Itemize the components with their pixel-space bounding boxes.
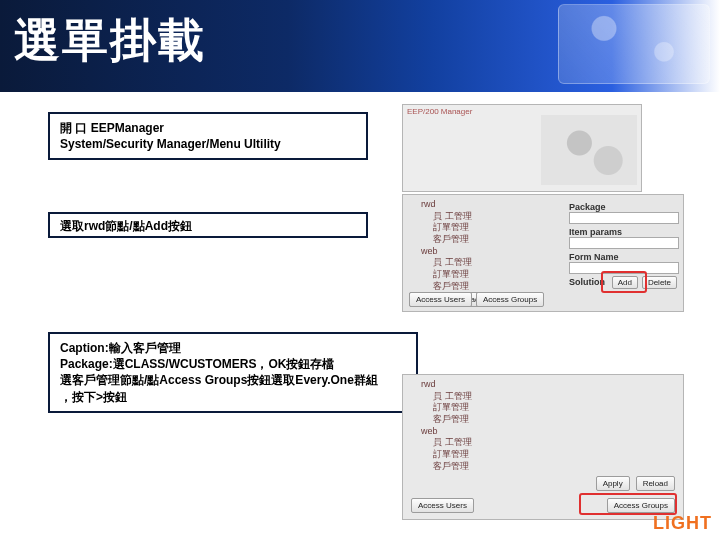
banner-graphic xyxy=(558,4,710,84)
mock-tree: rwd 員 工管理 訂單管理 客戶管理 web 員 工管理 訂單管理 客戶管理 xyxy=(407,199,547,293)
tree-node[interactable]: 員 工管理 xyxy=(407,437,547,449)
input-package[interactable] xyxy=(569,212,679,224)
instruction-step-2: 選取rwd節點/點Add按鈕 xyxy=(48,212,368,238)
tree-node[interactable]: 客戶管理 xyxy=(407,414,547,426)
tree-node-rwd[interactable]: rwd xyxy=(407,199,547,211)
mock-window-title: EEP/200 Manager xyxy=(407,107,472,116)
mock2-access-groups-row: Access Groups xyxy=(607,498,675,513)
mock-field-column: Package Item params Form Name Solution xyxy=(569,199,679,287)
apply-button[interactable]: Apply xyxy=(596,476,630,491)
label-form-name: Form Name xyxy=(569,252,679,262)
mock-add-delete-row: Add Delete xyxy=(612,276,677,289)
mock-eepmanager-window: EEP/200 Manager xyxy=(402,104,642,192)
mock-menu-utility-2: rwd 員 工管理 訂單管理 客戶管理 web 員 工管理 訂單管理 客戶管理 … xyxy=(402,374,684,520)
tree-node[interactable]: 客戶管理 xyxy=(407,461,547,473)
logo-light: LIGHT xyxy=(653,513,712,534)
tree-node[interactable]: 訂單管理 xyxy=(407,222,547,234)
access-groups-button[interactable]: Access Groups xyxy=(607,498,675,513)
input-form-name[interactable] xyxy=(569,262,679,274)
add-button[interactable]: Add xyxy=(612,276,638,289)
mock-tree-2: rwd 員 工管理 訂單管理 客戶管理 web 員 工管理 訂單管理 客戶管理 xyxy=(407,379,547,473)
instruction-step-1: 開 口 EEPManager System/Security Manager/M… xyxy=(48,112,368,160)
tree-node[interactable]: 訂單管理 xyxy=(407,269,547,281)
tree-node-web[interactable]: web xyxy=(407,246,547,258)
tree-node[interactable]: 客戶管理 xyxy=(407,234,547,246)
instruction-3-line3: 選客戶管理節點/點Access Groups按鈕選取Every.One群組 xyxy=(60,373,378,387)
label-item-params: Item params xyxy=(569,227,679,237)
mock2-apply-row: Apply Reload xyxy=(596,476,675,491)
instruction-3-line4: ，按下>按鈕 xyxy=(60,390,127,404)
tree-node[interactable]: 員 工管理 xyxy=(407,257,547,269)
tree-node[interactable]: 員 工管理 xyxy=(407,211,547,223)
access-groups-button[interactable]: Access Groups xyxy=(476,292,544,307)
tree-node[interactable]: 訂單管理 xyxy=(407,449,547,461)
tree-node-web[interactable]: web xyxy=(407,426,547,438)
delete-button[interactable]: Delete xyxy=(642,276,677,289)
input-item-params[interactable] xyxy=(569,237,679,249)
instruction-3-line2: Package:選CLASS/WCUSTOMERS，OK按鈕存檔 xyxy=(60,357,334,371)
instruction-step-3: Caption:輸入客戶管理 Package:選CLASS/WCUSTOMERS… xyxy=(48,332,418,413)
instruction-3-line1: Caption:輸入客戶管理 xyxy=(60,341,181,355)
access-users-button[interactable]: Access Users xyxy=(409,292,472,307)
tree-node[interactable]: 員 工管理 xyxy=(407,391,547,403)
tree-node-rwd[interactable]: rwd xyxy=(407,379,547,391)
tree-node[interactable]: 客戶管理 xyxy=(407,281,547,293)
mock-menu-utility: rwd 員 工管理 訂單管理 客戶管理 web 員 工管理 訂單管理 客戶管理 … xyxy=(402,194,684,312)
instruction-1-line2: System/Security Manager/Menu Ultility xyxy=(60,137,281,151)
instruction-1-line1: 開 口 EEPManager xyxy=(60,121,164,135)
reload-button[interactable]: Reload xyxy=(636,476,675,491)
gear-graphic xyxy=(541,115,637,185)
tree-node[interactable]: 訂單管理 xyxy=(407,402,547,414)
label-package: Package xyxy=(569,202,679,212)
slide-title: 選單掛載 xyxy=(14,10,206,72)
access-users-button[interactable]: Access Users xyxy=(411,498,474,513)
instruction-2-text: 選取rwd節點/點Add按鈕 xyxy=(60,219,192,233)
